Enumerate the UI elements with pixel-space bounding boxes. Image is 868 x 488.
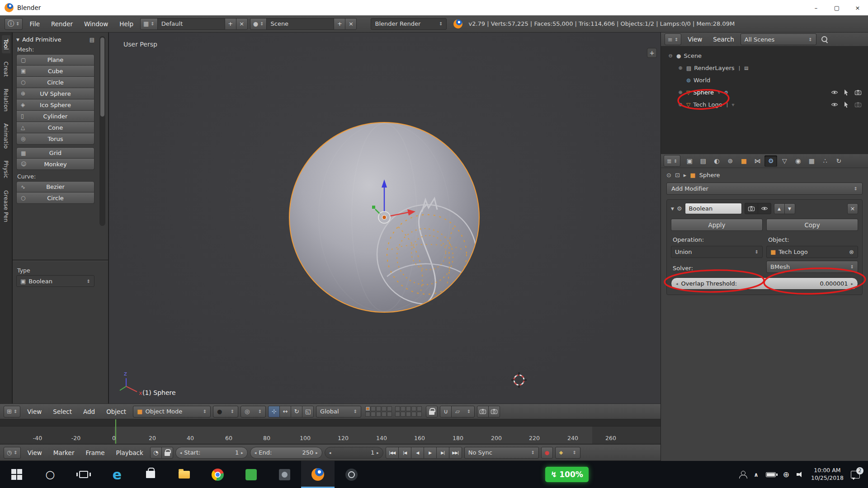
dark-app-button[interactable] <box>335 461 368 488</box>
add-primitive-panel-header[interactable]: ▼ Add Primitive ▤ <box>16 36 94 43</box>
start-button[interactable] <box>0 461 33 488</box>
increment-icon[interactable]: ▸ <box>851 282 853 286</box>
boolean-type-select[interactable]: ▣ Boolean ⇕ <box>16 275 94 287</box>
minimize-button[interactable]: – <box>806 0 826 15</box>
opengl-render-anim-button[interactable] <box>488 406 500 418</box>
region-expand-button[interactable]: + <box>647 48 657 58</box>
tray-expand-icon[interactable]: ∧ <box>754 471 759 478</box>
add-torus-button[interactable]: ◎Torus <box>16 133 94 145</box>
end-frame-field[interactable]: ◂ End: 250 ▸ <box>250 447 322 459</box>
visibility-eye-icon[interactable] <box>831 101 838 108</box>
menu-view[interactable]: View <box>683 36 707 43</box>
gray-app-button[interactable] <box>268 461 301 488</box>
editor-type-button-outliner[interactable]: ≡ ⇕ <box>665 33 681 45</box>
shelf-tab-physics[interactable]: Physic <box>2 157 10 182</box>
ptab-texture[interactable]: ▦ <box>805 155 818 167</box>
decrement-icon[interactable]: ◂ <box>180 450 182 455</box>
overlap-threshold-slider[interactable]: ◂ Overlap Threshold: 0.000001 ▸ <box>671 277 858 290</box>
renderable-camera-icon[interactable] <box>854 89 862 96</box>
edge-button[interactable]: e <box>100 461 134 488</box>
renderable-camera-icon[interactable] <box>854 101 862 108</box>
ptab-data[interactable]: ▽ <box>778 155 791 167</box>
expand-icon[interactable]: ⊕ <box>677 102 684 108</box>
viewport-canvas[interactable]: z x User Persp + (1) Sphere <box>109 33 660 404</box>
maximize-button[interactable]: ▢ <box>826 0 847 15</box>
expand-icon[interactable]: ⊕ <box>677 65 684 71</box>
menu-render[interactable]: Render <box>47 20 77 28</box>
ptab-particles[interactable]: ∴ <box>819 155 831 167</box>
current-frame-field[interactable]: ◂ 1 ▸ <box>325 447 383 459</box>
selectable-cursor-icon[interactable] <box>843 89 850 96</box>
notification-icon[interactable]: 2 <box>851 471 860 479</box>
battery-icon[interactable] <box>766 472 776 477</box>
move-modifier-up-button[interactable]: ▲ <box>774 203 785 214</box>
menu-select[interactable]: Select <box>48 408 76 415</box>
search-icon[interactable] <box>821 36 829 43</box>
jump-to-end-button[interactable]: ▶▶| <box>449 447 462 459</box>
increment-icon[interactable]: ▸ <box>377 450 379 455</box>
shelf-tab-animation[interactable]: Animatio <box>2 120 10 152</box>
lock-to-scene-button[interactable] <box>426 406 438 418</box>
outliner-row-scene[interactable]: ⊖ ● Scene <box>663 50 866 62</box>
panel-collapse-icon[interactable]: ▼ <box>671 206 674 211</box>
copy-button[interactable]: Copy <box>766 219 858 231</box>
menu-playback[interactable]: Playback <box>112 449 148 456</box>
shelf-tab-relations[interactable]: Relation <box>2 85 10 115</box>
outliner-row-sphere[interactable]: ⊕ ▽ Sphere ▿ ⚙ <box>663 86 866 99</box>
screen-name-field[interactable]: Default <box>157 18 225 30</box>
decrement-icon[interactable]: ◂ <box>676 282 678 286</box>
play-reverse-button[interactable]: ◀ <box>411 447 424 459</box>
add-grid-button[interactable]: ▦Grid <box>16 147 94 159</box>
menu-window[interactable]: Window <box>80 20 113 28</box>
layers-widget[interactable] <box>365 406 422 417</box>
region-splitter[interactable] <box>13 259 108 262</box>
file-explorer-button[interactable] <box>167 461 201 488</box>
panel-collapse-icon[interactable]: ▼ <box>16 38 19 42</box>
rotate-button[interactable]: ↻ <box>291 406 302 418</box>
menu-search[interactable]: Search <box>708 36 738 43</box>
ptab-render[interactable]: ▣ <box>683 155 696 167</box>
next-keyframe-button[interactable]: ▶| <box>436 447 449 459</box>
clear-object-icon[interactable]: ⊗ <box>849 249 854 255</box>
render-engine-select[interactable]: Blender Render ⇕ <box>371 18 447 30</box>
previous-keyframe-button[interactable]: |◀ <box>398 447 411 459</box>
translate-button[interactable]: ↔ <box>279 406 291 418</box>
increment-icon[interactable]: ▸ <box>316 450 318 455</box>
sync-select[interactable]: No Sync ⇕ <box>464 447 539 459</box>
outliner-row-world[interactable]: ⊚ World <box>663 74 866 86</box>
keying-set-select[interactable]: ◆ ⇕ <box>555 447 580 459</box>
outliner-row-renderlayers[interactable]: ⊕ ▤ RenderLayers | ▤ <box>663 62 866 74</box>
scene-browse-button[interactable]: ● ⇕ <box>250 18 267 30</box>
display-filter-select[interactable]: All Scenes ⇕ <box>741 33 816 45</box>
expand-icon[interactable]: ⊕ <box>677 89 684 95</box>
solver-select[interactable]: BMesh ⇕ <box>766 261 858 273</box>
screen-browse-button[interactable]: ▦ ⇕ <box>140 18 158 30</box>
shelf-tab-tool[interactable]: Tool <box>2 35 10 53</box>
visibility-eye-icon[interactable] <box>831 89 838 96</box>
add-ico-sphere-button[interactable]: ◈Ico Sphere <box>16 99 94 111</box>
lock-time-button[interactable] <box>161 447 173 459</box>
opengl-render-button[interactable] <box>477 406 489 418</box>
ptab-world[interactable]: ⊚ <box>724 155 736 167</box>
pivot-select[interactable]: ◎ ⇕ <box>241 406 266 418</box>
play-button[interactable]: ▶ <box>424 447 437 459</box>
selectable-cursor-icon[interactable] <box>843 101 850 108</box>
ptab-physics[interactable]: ↻ <box>832 155 845 167</box>
volume-icon[interactable] <box>797 471 804 478</box>
store-button[interactable] <box>134 461 167 488</box>
screen-delete-button[interactable]: × <box>236 18 248 30</box>
editor-type-button-timeline[interactable]: ◷ ⇕ <box>4 447 21 459</box>
delete-modifier-button[interactable]: × <box>847 203 858 214</box>
manipulator-toggle-button[interactable]: ⊹ <box>268 406 280 418</box>
toolshelf-scrollbar[interactable] <box>99 36 105 226</box>
start-frame-field[interactable]: ◂ Start: 1 ▸ <box>175 447 248 459</box>
menu-object[interactable]: Object <box>102 408 131 415</box>
ptab-modifiers[interactable]: ⚙ <box>764 155 777 167</box>
menu-frame[interactable]: Frame <box>81 449 109 456</box>
add-modifier-dropdown[interactable]: Add Modifier ⇕ <box>666 183 863 195</box>
add-plane-button[interactable]: ▢Plane <box>16 54 94 66</box>
ptab-scene[interactable]: ◐ <box>710 155 723 167</box>
blender-taskbar-button[interactable] <box>301 461 335 488</box>
add-cone-button[interactable]: △Cone <box>16 122 94 133</box>
pin-icon[interactable]: ⊙ <box>666 172 671 178</box>
